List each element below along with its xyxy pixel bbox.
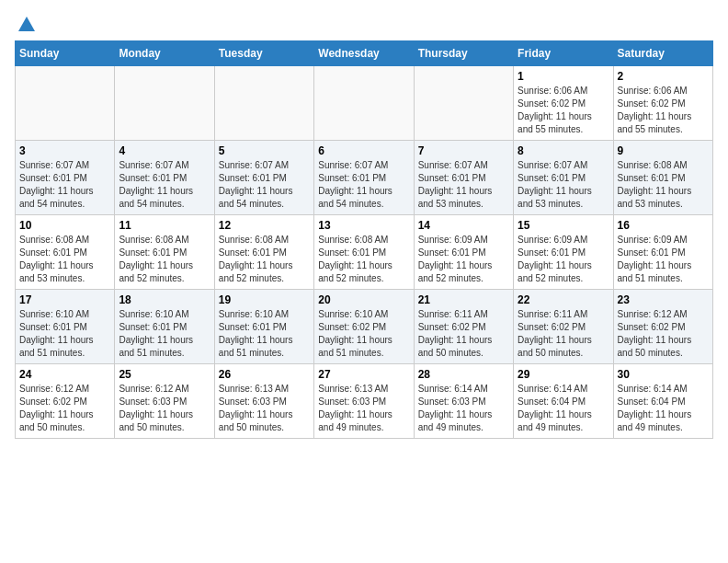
calendar-week-row: 1Sunrise: 6:06 AM Sunset: 6:02 PM Daylig… — [16, 66, 713, 141]
day-number: 8 — [518, 144, 609, 157]
svg-marker-0 — [18, 17, 35, 31]
logo — [15, 15, 37, 31]
calendar-day-cell: 15Sunrise: 6:09 AM Sunset: 6:01 PM Dayli… — [514, 215, 613, 290]
day-info: Sunrise: 6:08 AM Sunset: 6:01 PM Dayligh… — [19, 234, 110, 285]
calendar-day-cell: 21Sunrise: 6:11 AM Sunset: 6:02 PM Dayli… — [414, 290, 513, 364]
day-number: 30 — [618, 368, 709, 381]
weekday-header: Wednesday — [314, 41, 414, 66]
calendar-day-cell: 22Sunrise: 6:11 AM Sunset: 6:02 PM Dayli… — [514, 290, 613, 364]
calendar-day-cell: 10Sunrise: 6:08 AM Sunset: 6:01 PM Dayli… — [16, 215, 115, 290]
day-number: 17 — [19, 293, 110, 306]
calendar-day-cell: 7Sunrise: 6:07 AM Sunset: 6:01 PM Daylig… — [414, 141, 513, 215]
day-number: 13 — [318, 219, 409, 232]
day-number: 29 — [518, 368, 609, 381]
day-number: 26 — [219, 368, 310, 381]
calendar-day-cell: 9Sunrise: 6:08 AM Sunset: 6:01 PM Daylig… — [613, 141, 712, 215]
weekday-header: Thursday — [414, 41, 513, 66]
weekday-header: Friday — [514, 41, 613, 66]
day-number: 1 — [518, 70, 609, 83]
logo-icon — [17, 15, 37, 35]
calendar-day-cell: 12Sunrise: 6:08 AM Sunset: 6:01 PM Dayli… — [214, 215, 313, 290]
day-info: Sunrise: 6:10 AM Sunset: 6:01 PM Dayligh… — [119, 308, 210, 360]
day-number: 2 — [618, 70, 709, 83]
calendar-day-cell: 11Sunrise: 6:08 AM Sunset: 6:01 PM Dayli… — [115, 215, 214, 290]
day-info: Sunrise: 6:11 AM Sunset: 6:02 PM Dayligh… — [518, 308, 609, 360]
day-info: Sunrise: 6:07 AM Sunset: 6:01 PM Dayligh… — [119, 159, 210, 211]
calendar-day-cell: 16Sunrise: 6:09 AM Sunset: 6:01 PM Dayli… — [613, 215, 712, 290]
day-number: 28 — [418, 368, 509, 381]
calendar-header-row: SundayMondayTuesdayWednesdayThursdayFrid… — [16, 41, 713, 66]
day-info: Sunrise: 6:13 AM Sunset: 6:03 PM Dayligh… — [318, 383, 409, 434]
day-info: Sunrise: 6:07 AM Sunset: 6:01 PM Dayligh… — [518, 159, 609, 211]
calendar-week-row: 17Sunrise: 6:10 AM Sunset: 6:01 PM Dayli… — [16, 290, 713, 364]
day-number: 7 — [418, 144, 509, 157]
calendar-day-cell — [16, 66, 115, 141]
calendar-day-cell: 19Sunrise: 6:10 AM Sunset: 6:01 PM Dayli… — [214, 290, 313, 364]
day-number: 12 — [219, 219, 310, 232]
calendar-week-row: 24Sunrise: 6:12 AM Sunset: 6:02 PM Dayli… — [16, 364, 713, 439]
day-number: 19 — [219, 293, 310, 306]
day-info: Sunrise: 6:08 AM Sunset: 6:01 PM Dayligh… — [219, 234, 310, 285]
day-number: 27 — [318, 368, 409, 381]
day-number: 21 — [418, 293, 509, 306]
calendar-day-cell: 17Sunrise: 6:10 AM Sunset: 6:01 PM Dayli… — [16, 290, 115, 364]
day-number: 15 — [518, 219, 609, 232]
weekday-header: Monday — [115, 41, 214, 66]
day-info: Sunrise: 6:11 AM Sunset: 6:02 PM Dayligh… — [418, 308, 509, 360]
day-number: 10 — [19, 219, 110, 232]
calendar-day-cell: 20Sunrise: 6:10 AM Sunset: 6:02 PM Dayli… — [314, 290, 414, 364]
day-info: Sunrise: 6:12 AM Sunset: 6:03 PM Dayligh… — [119, 383, 210, 434]
day-info: Sunrise: 6:07 AM Sunset: 6:01 PM Dayligh… — [318, 159, 409, 211]
calendar-day-cell: 25Sunrise: 6:12 AM Sunset: 6:03 PM Dayli… — [115, 364, 214, 439]
calendar-day-cell: 24Sunrise: 6:12 AM Sunset: 6:02 PM Dayli… — [16, 364, 115, 439]
day-info: Sunrise: 6:10 AM Sunset: 6:01 PM Dayligh… — [19, 308, 110, 360]
day-number: 6 — [318, 144, 409, 157]
day-info: Sunrise: 6:09 AM Sunset: 6:01 PM Dayligh… — [618, 234, 709, 285]
calendar-table: SundayMondayTuesdayWednesdayThursdayFrid… — [15, 40, 713, 439]
day-number: 9 — [618, 144, 709, 157]
calendar-day-cell: 13Sunrise: 6:08 AM Sunset: 6:01 PM Dayli… — [314, 215, 414, 290]
day-number: 22 — [518, 293, 609, 306]
day-info: Sunrise: 6:07 AM Sunset: 6:01 PM Dayligh… — [219, 159, 310, 211]
calendar-day-cell: 4Sunrise: 6:07 AM Sunset: 6:01 PM Daylig… — [115, 141, 214, 215]
calendar-day-cell: 18Sunrise: 6:10 AM Sunset: 6:01 PM Dayli… — [115, 290, 214, 364]
day-number: 5 — [219, 144, 310, 157]
calendar-day-cell: 28Sunrise: 6:14 AM Sunset: 6:03 PM Dayli… — [414, 364, 513, 439]
day-number: 11 — [119, 219, 210, 232]
day-number: 20 — [318, 293, 409, 306]
day-info: Sunrise: 6:09 AM Sunset: 6:01 PM Dayligh… — [418, 234, 509, 285]
day-info: Sunrise: 6:09 AM Sunset: 6:01 PM Dayligh… — [518, 234, 609, 285]
page-header — [15, 15, 713, 31]
calendar-day-cell: 30Sunrise: 6:14 AM Sunset: 6:04 PM Dayli… — [613, 364, 712, 439]
day-info: Sunrise: 6:14 AM Sunset: 6:03 PM Dayligh… — [418, 383, 509, 434]
day-info: Sunrise: 6:13 AM Sunset: 6:03 PM Dayligh… — [219, 383, 310, 434]
day-info: Sunrise: 6:08 AM Sunset: 6:01 PM Dayligh… — [318, 234, 409, 285]
calendar-day-cell: 6Sunrise: 6:07 AM Sunset: 6:01 PM Daylig… — [314, 141, 414, 215]
day-info: Sunrise: 6:12 AM Sunset: 6:02 PM Dayligh… — [618, 308, 709, 360]
calendar-day-cell: 8Sunrise: 6:07 AM Sunset: 6:01 PM Daylig… — [514, 141, 613, 215]
day-info: Sunrise: 6:14 AM Sunset: 6:04 PM Dayligh… — [618, 383, 709, 434]
day-number: 14 — [418, 219, 509, 232]
day-number: 24 — [19, 368, 110, 381]
day-number: 23 — [618, 293, 709, 306]
day-info: Sunrise: 6:10 AM Sunset: 6:02 PM Dayligh… — [318, 308, 409, 360]
calendar-day-cell: 29Sunrise: 6:14 AM Sunset: 6:04 PM Dayli… — [514, 364, 613, 439]
calendar-day-cell: 14Sunrise: 6:09 AM Sunset: 6:01 PM Dayli… — [414, 215, 513, 290]
calendar-day-cell: 5Sunrise: 6:07 AM Sunset: 6:01 PM Daylig… — [214, 141, 313, 215]
weekday-header: Tuesday — [214, 41, 313, 66]
day-number: 18 — [119, 293, 210, 306]
calendar-week-row: 3Sunrise: 6:07 AM Sunset: 6:01 PM Daylig… — [16, 141, 713, 215]
calendar-day-cell: 2Sunrise: 6:06 AM Sunset: 6:02 PM Daylig… — [613, 66, 712, 141]
day-info: Sunrise: 6:07 AM Sunset: 6:01 PM Dayligh… — [418, 159, 509, 211]
day-info: Sunrise: 6:07 AM Sunset: 6:01 PM Dayligh… — [19, 159, 110, 211]
day-number: 25 — [119, 368, 210, 381]
day-info: Sunrise: 6:06 AM Sunset: 6:02 PM Dayligh… — [518, 85, 609, 136]
calendar-day-cell: 1Sunrise: 6:06 AM Sunset: 6:02 PM Daylig… — [514, 66, 613, 141]
calendar-day-cell: 26Sunrise: 6:13 AM Sunset: 6:03 PM Dayli… — [214, 364, 313, 439]
weekday-header: Saturday — [613, 41, 712, 66]
day-info: Sunrise: 6:08 AM Sunset: 6:01 PM Dayligh… — [119, 234, 210, 285]
day-number: 3 — [19, 144, 110, 157]
day-info: Sunrise: 6:10 AM Sunset: 6:01 PM Dayligh… — [219, 308, 310, 360]
calendar-day-cell: 23Sunrise: 6:12 AM Sunset: 6:02 PM Dayli… — [613, 290, 712, 364]
calendar-day-cell — [414, 66, 513, 141]
